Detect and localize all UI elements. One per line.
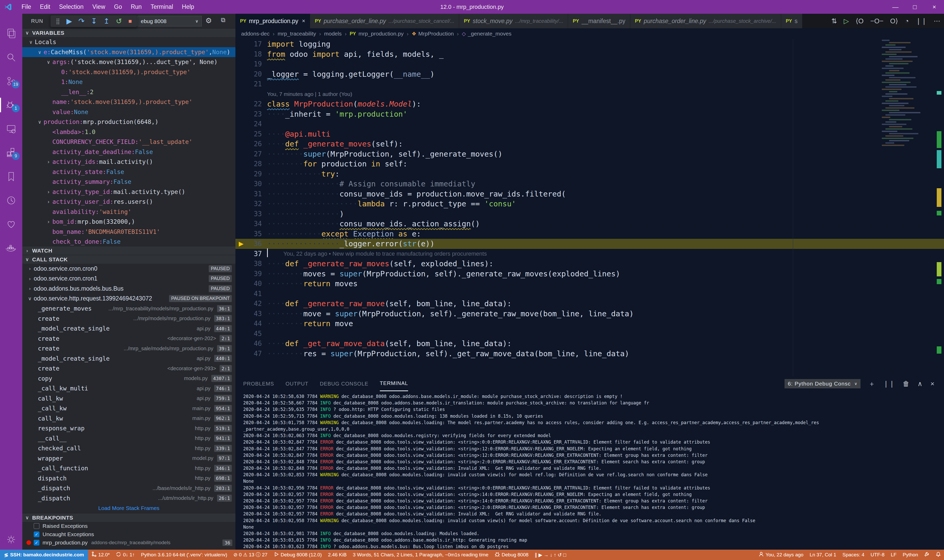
terminal-picker-dropdown[interactable]: 6: Python Debug Consc∨ (784, 379, 861, 388)
drag-handle-icon[interactable]: ⣿ (56, 18, 60, 25)
debug-controls-item[interactable]: ∥ ▶ → ↓ ↑ ↺ □ (532, 550, 569, 560)
stack-frame-row[interactable]: _call_kw_multiapi.py746:1 (22, 383, 235, 394)
debug-settings-gear-icon[interactable]: ⚙ (205, 16, 212, 25)
variable-row[interactable]: name: 'stock.move(311659,).product_type' (22, 97, 235, 107)
panel-tab-debug-console[interactable]: DEBUG CONSOLE (320, 376, 368, 391)
overview-ruler[interactable] (936, 39, 943, 376)
step-out-icon[interactable]: ↥ (103, 17, 109, 25)
variable-row[interactable]: 0: 'stock.move(311659,).product_type' (22, 67, 235, 77)
code-line[interactable]: 22class MrpProduction(models.Model): (235, 99, 944, 109)
breakpoint-row[interactable]: ✓mrp_production.pyaddons-dec/mrp_traceab… (22, 538, 235, 547)
codelens-annotation[interactable]: You, 7 minutes ago | 1 author (You) (235, 89, 944, 99)
tab--manifest-py[interactable]: PY__manifest__.py (568, 14, 630, 28)
explorer-icon[interactable] (0, 24, 22, 43)
encoding-item[interactable]: UTF-8 (867, 550, 888, 560)
variable-row[interactable]: value: None (22, 107, 235, 117)
docker-icon[interactable] (0, 238, 22, 258)
variable-row[interactable]: check_to_done: False (22, 237, 235, 246)
editor-gutter[interactable]: 17 (235, 39, 267, 49)
debug-session-item[interactable]: Debug 8008 (492, 550, 532, 560)
continue-icon[interactable]: ▶ (66, 17, 72, 25)
bookmark-icon[interactable] (0, 167, 22, 186)
variable-row[interactable]: activity_state: False (22, 167, 235, 177)
stack-frame-row[interactable]: ∨odoo.service.http.request.1399246942430… (22, 294, 235, 304)
editor-gutter[interactable]: 33 (235, 209, 267, 219)
code-line[interactable]: 40········return moves (235, 279, 944, 289)
code-line[interactable]: 25····@api.multi (235, 129, 944, 139)
code-line[interactable]: 35············except Exception as e: (235, 229, 944, 239)
stack-frame-row[interactable]: create.../mrp/models/mrp_production.py38… (22, 314, 235, 324)
code-line[interactable]: 43········move = super(MrpProduction, se… (235, 309, 944, 319)
remote-indicator[interactable]: ≶ SSH: bamako.decindustrie.com (0, 550, 88, 560)
editor-gutter[interactable]: 19 (235, 59, 267, 69)
editor-gutter[interactable]: 24 (235, 119, 267, 129)
code-line[interactable]: 39········moves = super(MrpProduction, s… (235, 269, 944, 279)
breadcrumb-item[interactable]: mrp_traceability (278, 31, 316, 37)
menu-file[interactable]: File (17, 3, 35, 10)
variable-row[interactable]: __len__: 2 (22, 87, 235, 97)
doc-stats-item[interactable]: 3 Words, 51 Chars, 2 Lines, 1 Paragraph,… (350, 550, 492, 560)
restart-icon[interactable]: ↺ (116, 17, 122, 25)
code-line[interactable]: 28········for production in self: (235, 159, 944, 169)
debug-config-dropdown[interactable]: ebug 8008∨ (137, 16, 202, 26)
file-size-item[interactable]: 2.46 KiB (325, 550, 350, 560)
nav-forward-icon[interactable]: Ο⟩ (890, 17, 898, 25)
stack-frame-row[interactable]: copymodels.py4307:1 (22, 374, 235, 384)
tab-purchase-order-line-py[interactable]: PYpurchase_order_line.py.../purchase_sto… (630, 14, 781, 28)
close-icon[interactable]: × (302, 18, 305, 25)
stack-frame-row[interactable]: call_kwmain.py962:1 (22, 414, 235, 424)
tab-purchase-order-line-py[interactable]: PYpurchase_order_line.py.../purchase_sto… (310, 14, 459, 28)
editor-gutter[interactable]: 41 (235, 289, 267, 299)
watch-section-header[interactable]: ›WATCH (22, 246, 235, 255)
breakpoint-row[interactable]: Raised Exceptions (22, 522, 235, 530)
editor-gutter[interactable]: 45 (235, 329, 267, 339)
editor-gutter[interactable]: 44 (235, 318, 267, 329)
stack-frame-row[interactable]: _call_functionhttp.py346:1 (22, 463, 235, 474)
minimize-icon[interactable]: — (886, 0, 905, 14)
editor-gutter[interactable]: 27 (235, 149, 267, 159)
stack-frame-row[interactable]: checked_callhttp.py339:1 (22, 443, 235, 454)
variable-row[interactable]: CONCURRENCY_CHECK_FIELD: '__last_update' (22, 137, 235, 147)
close-icon[interactable]: × (924, 0, 944, 14)
code-line[interactable]: ▶36················_logger.error(str(e)) (235, 239, 944, 249)
breakpoint-row[interactable]: ✓Uncaught Exceptions (22, 530, 235, 538)
new-terminal-icon[interactable]: ＋ (868, 379, 875, 388)
variable-row[interactable]: ›activity_user_id: res.users() (22, 197, 235, 207)
panel-tab-problems[interactable]: PROBLEMS (243, 376, 274, 391)
tab-mrp-production-py[interactable]: PYmrp_production.py× (235, 14, 310, 28)
editor-gutter[interactable]: ▶36 (235, 239, 267, 249)
remote-explorer-icon[interactable] (0, 119, 22, 139)
run-python-icon[interactable]: ▷ (844, 17, 849, 25)
code-line[interactable]: 33················) (235, 209, 944, 219)
code-editor[interactable]: 17import logging18from odoo import api, … (235, 39, 944, 376)
notifications-item[interactable] (933, 550, 944, 560)
code-line[interactable]: 34················consu_move_ids._action… (235, 219, 944, 229)
stack-frame-row[interactable]: create<decorator-gen-293>2:1 (22, 363, 235, 374)
maximize-icon[interactable]: □ (905, 0, 924, 14)
editor-gutter[interactable]: 42 (235, 298, 267, 309)
stack-frame-row[interactable]: create.../mrp_sale/models/mrp_production… (22, 343, 235, 354)
cursor-position-item[interactable]: Ln 37, Col 1 (807, 550, 839, 560)
editor-gutter[interactable]: 29 (235, 169, 267, 179)
editor-gutter[interactable]: 20 (235, 69, 267, 79)
gear-icon[interactable] (0, 530, 22, 549)
panel-tab-output[interactable]: OUTPUT (286, 376, 308, 391)
editor-gutter[interactable]: 22 (235, 99, 267, 109)
stack-frame-row[interactable]: _dispatch.../utm/models/ir_http.py26:1 (22, 493, 235, 503)
editor-gutter[interactable]: 28 (235, 159, 267, 169)
minimap[interactable] (882, 40, 923, 149)
code-line[interactable]: 19 (235, 59, 944, 69)
breakpoint-checkbox[interactable]: ✓ (34, 531, 39, 537)
editor-gutter[interactable]: 38 (235, 259, 267, 269)
code-line[interactable]: 42····def _generate_raw_move(self, bom_l… (235, 298, 944, 309)
stack-frame-row[interactable]: call_kwapi.py759:1 (22, 394, 235, 404)
breadcrumb-item[interactable]: PYmrp_production.py (350, 31, 404, 37)
variable-row[interactable]: ∨args: ('stock.move(311659,)...duct_type… (22, 57, 235, 67)
editor-gutter[interactable]: 43 (235, 309, 267, 319)
stack-frame-row[interactable]: _model_create_singleapi.py440:1 (22, 323, 235, 334)
code-line[interactable]: 44········return move (235, 318, 944, 329)
nav-circle-icon[interactable]: −Ο− (870, 17, 884, 25)
breadcrumb[interactable]: addons-dec›mrp_traceability›models›PYmrp… (235, 28, 944, 39)
breakpoint-checkbox[interactable]: ✓ (34, 540, 39, 546)
load-more-stack-frames-link[interactable]: Load More Stack Frames (22, 503, 235, 513)
